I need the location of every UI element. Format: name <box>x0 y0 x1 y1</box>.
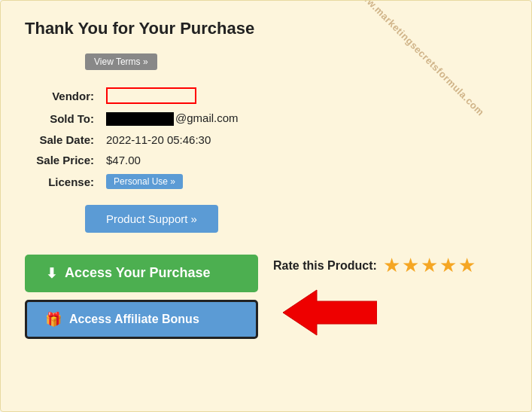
sale-date-row: Sale Date: 2022-11-20 05:46:30 <box>25 130 507 150</box>
sale-price-row: Sale Price: $47.00 <box>25 150 507 170</box>
vendor-label: Vendor: <box>25 84 100 108</box>
vendor-box <box>106 87 196 104</box>
red-arrow-icon <box>279 286 377 339</box>
download-icon: ⬇ <box>46 265 57 282</box>
bottom-row: ⬇ Access Your Purchase 🎁 Access Affiliat… <box>25 254 507 339</box>
access-purchase-button[interactable]: ⬇ Access Your Purchase <box>25 255 258 292</box>
arrow-container <box>279 286 377 339</box>
star-4[interactable]: ★ <box>439 254 457 277</box>
sold-to-row: Sold To: @gmail.com <box>25 108 507 130</box>
license-badge[interactable]: Personal Use » <box>106 174 183 189</box>
license-value: Personal Use » <box>100 170 507 193</box>
sold-to-value: @gmail.com <box>100 108 507 130</box>
access-affiliate-label: Access Affiliate Bonus <box>69 313 199 326</box>
sale-price-value: $47.00 <box>100 150 507 170</box>
rating-section: Rate this Product: ★ ★ ★ ★ ★ <box>273 254 476 339</box>
star-2[interactable]: ★ <box>402 254 419 277</box>
access-affiliate-button[interactable]: 🎁 Access Affiliate Bonus <box>25 300 258 339</box>
license-row: License: Personal Use » <box>25 170 507 193</box>
svg-marker-0 <box>283 290 377 335</box>
star-1[interactable]: ★ <box>383 254 400 277</box>
vendor-row: Vendor: <box>25 84 507 108</box>
license-label: License: <box>25 170 100 193</box>
product-support-button[interactable]: Product Support » <box>85 205 218 233</box>
rate-row: Rate this Product: ★ ★ ★ ★ ★ <box>273 254 476 277</box>
star-5[interactable]: ★ <box>458 254 476 277</box>
order-info-table: Vendor: Sold To: @gmail.com Sale Date: 2… <box>25 84 507 193</box>
star-rating[interactable]: ★ ★ ★ ★ ★ <box>383 254 476 277</box>
sold-to-label: Sold To: <box>25 108 100 130</box>
sold-to-redacted <box>106 112 174 126</box>
sale-date-label: Sale Date: <box>25 130 100 150</box>
access-purchase-label: Access Your Purchase <box>65 265 210 281</box>
star-3[interactable]: ★ <box>421 254 438 277</box>
thank-you-card: www.marketingsecretsformula.com Thank Yo… <box>0 0 532 412</box>
gift-icon: 🎁 <box>45 311 62 328</box>
sale-price-label: Sale Price: <box>25 150 100 170</box>
rate-label: Rate this Product: <box>273 259 377 273</box>
vendor-value <box>100 84 507 108</box>
action-buttons: ⬇ Access Your Purchase 🎁 Access Affiliat… <box>25 255 258 339</box>
sale-date-value: 2022-11-20 05:46:30 <box>100 130 507 150</box>
view-terms-button[interactable]: View Terms » <box>85 53 157 70</box>
page-title: Thank You for Your Purchase <box>25 19 507 38</box>
sold-to-email: @gmail.com <box>175 111 239 124</box>
